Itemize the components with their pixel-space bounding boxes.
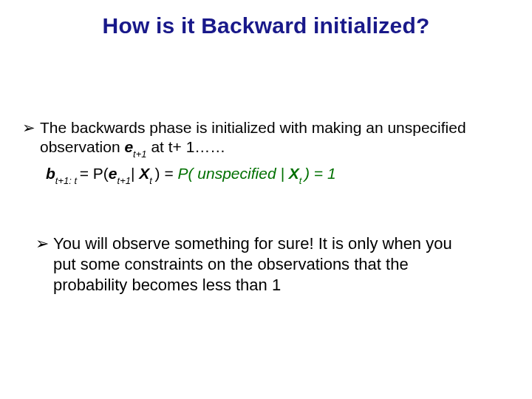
f-X2-sub: t [299, 175, 304, 186]
p2-line2: put some constraints on the observations… [35, 254, 409, 275]
formula-line: bt+1: t = P(et+1| Xt ) = P( unspecified … [46, 164, 510, 185]
bullet-observe-something: ➢You will observe something for sure! It… [35, 233, 502, 296]
f-b: b [46, 165, 55, 182]
slide: How is it Backward initialized? ➢The bac… [0, 0, 532, 399]
f-bar: | [131, 165, 139, 182]
bullet-glyph-icon: ➢ [22, 118, 40, 137]
f-X1-sub: t [149, 175, 154, 186]
f-b-sub: t+1: t [55, 175, 80, 186]
f-close1: ) = [155, 165, 178, 182]
slide-title: How is it Backward initialized? [0, 13, 532, 38]
p1-lead: The backwards phase is initialized with … [40, 119, 466, 136]
p2-line3: probability becomes less than 1 [35, 275, 281, 296]
bullet-glyph-icon: ➢ [35, 233, 53, 254]
p1-e: e [124, 138, 133, 155]
f-rhs-close: ) = 1 [304, 165, 336, 182]
bullet-backwards-init: ➢The backwards phase is initialized with… [22, 118, 510, 160]
f-rhs-open: P( unspecified | [178, 165, 289, 182]
f-X2: X [289, 165, 299, 182]
f-e2-sub: t+1 [117, 175, 131, 186]
f-eq1: = [80, 165, 93, 182]
p2-lead: You will observe something for sure! It … [53, 234, 452, 253]
f-e2: e [109, 165, 117, 182]
p1-line2a: observation [40, 138, 124, 155]
p1-line2b: at t+ 1…… [147, 138, 226, 155]
f-X1: X [139, 165, 149, 182]
p1-e-sub: t+1 [133, 149, 146, 160]
f-P1: P( [93, 165, 109, 182]
